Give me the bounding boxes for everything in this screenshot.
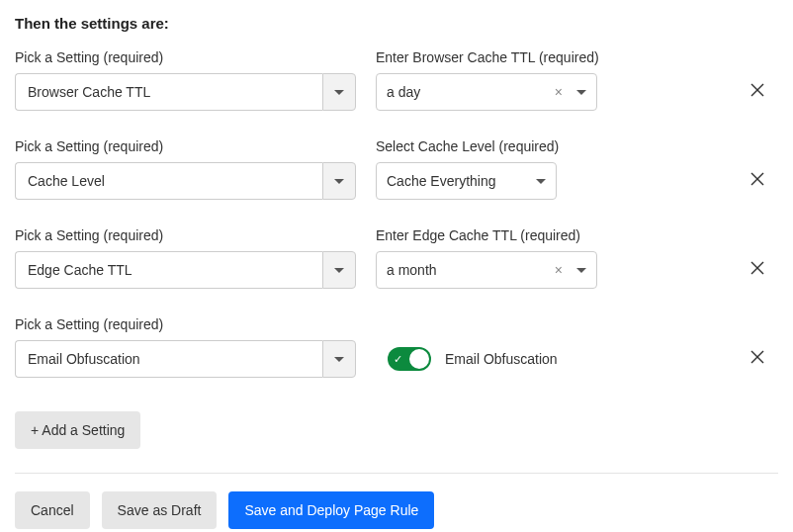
close-icon: [750, 350, 764, 364]
value-text: Cache Everything: [387, 173, 532, 189]
value-group: Select Cache Level (required) Cache Ever…: [376, 138, 559, 200]
chevron-down-icon[interactable]: [536, 179, 546, 184]
pick-setting-value[interactable]: Cache Level: [15, 162, 322, 200]
setting-row: Pick a Setting (required) Email Obfuscat…: [15, 316, 778, 378]
clear-icon[interactable]: ×: [555, 84, 563, 100]
divider: [15, 473, 778, 474]
value-text: a day: [387, 84, 555, 100]
pick-setting-select[interactable]: Browser Cache TTL: [15, 73, 356, 111]
pick-setting-label: Pick a Setting (required): [15, 138, 356, 154]
value-text: a month: [387, 262, 555, 278]
setting-row: Pick a Setting (required) Cache Level Se…: [15, 138, 778, 200]
pick-setting-group: Pick a Setting (required) Browser Cache …: [15, 49, 356, 111]
footer-buttons: Cancel Save as Draft Save and Deploy Pag…: [15, 491, 778, 529]
pick-setting-value[interactable]: Edge Cache TTL: [15, 251, 322, 289]
remove-setting-button[interactable]: [749, 170, 766, 188]
chevron-down-icon[interactable]: [576, 90, 586, 95]
add-setting-button[interactable]: + Add a Setting: [15, 411, 140, 449]
chevron-down-icon[interactable]: [322, 162, 356, 200]
chevron-down-icon[interactable]: [322, 73, 356, 111]
remove-setting-button[interactable]: [749, 259, 766, 277]
pick-setting-group: Pick a Setting (required) Email Obfuscat…: [15, 316, 356, 378]
value-combobox[interactable]: a day ×: [376, 73, 597, 111]
toggle-knob: [409, 349, 429, 369]
remove-setting-button[interactable]: [749, 81, 766, 99]
pick-setting-select[interactable]: Email Obfuscation: [15, 340, 356, 378]
toggle-switch[interactable]: ✓: [388, 347, 431, 371]
toggle-group: ✓ Email Obfuscation: [356, 340, 558, 378]
close-icon: [750, 172, 764, 186]
pick-setting-value[interactable]: Browser Cache TTL: [15, 73, 322, 111]
value-group: Enter Browser Cache TTL (required) a day…: [376, 49, 599, 111]
value-label: Enter Edge Cache TTL (required): [376, 227, 597, 243]
close-icon: [750, 261, 764, 275]
setting-row: Pick a Setting (required) Edge Cache TTL…: [15, 227, 778, 289]
value-label: Select Cache Level (required): [376, 138, 559, 154]
save-deploy-button[interactable]: Save and Deploy Page Rule: [228, 491, 434, 529]
value-group: Enter Edge Cache TTL (required) a month …: [376, 227, 597, 289]
remove-setting-button[interactable]: [749, 348, 766, 366]
pick-setting-label: Pick a Setting (required): [15, 227, 356, 243]
pick-setting-value[interactable]: Email Obfuscation: [15, 340, 322, 378]
pick-setting-group: Pick a Setting (required) Cache Level: [15, 138, 356, 200]
value-combobox[interactable]: Cache Everything: [376, 162, 557, 200]
value-label: Enter Browser Cache TTL (required): [376, 49, 599, 65]
chevron-down-icon[interactable]: [322, 340, 356, 378]
pick-setting-group: Pick a Setting (required) Edge Cache TTL: [15, 227, 356, 289]
pick-setting-select[interactable]: Edge Cache TTL: [15, 251, 356, 289]
chevron-down-icon[interactable]: [576, 268, 586, 273]
clear-icon[interactable]: ×: [555, 262, 563, 278]
section-heading: Then the settings are:: [15, 15, 778, 32]
cancel-button[interactable]: Cancel: [15, 491, 90, 529]
pick-setting-label: Pick a Setting (required): [15, 49, 356, 65]
pick-setting-label: Pick a Setting (required): [15, 316, 356, 332]
pick-setting-select[interactable]: Cache Level: [15, 162, 356, 200]
setting-row: Pick a Setting (required) Browser Cache …: [15, 49, 778, 111]
close-icon: [750, 83, 764, 97]
toggle-label: Email Obfuscation: [445, 351, 558, 367]
chevron-down-icon[interactable]: [322, 251, 356, 289]
save-draft-button[interactable]: Save as Draft: [102, 491, 218, 529]
value-combobox[interactable]: a month ×: [376, 251, 597, 289]
check-icon: ✓: [394, 354, 402, 365]
